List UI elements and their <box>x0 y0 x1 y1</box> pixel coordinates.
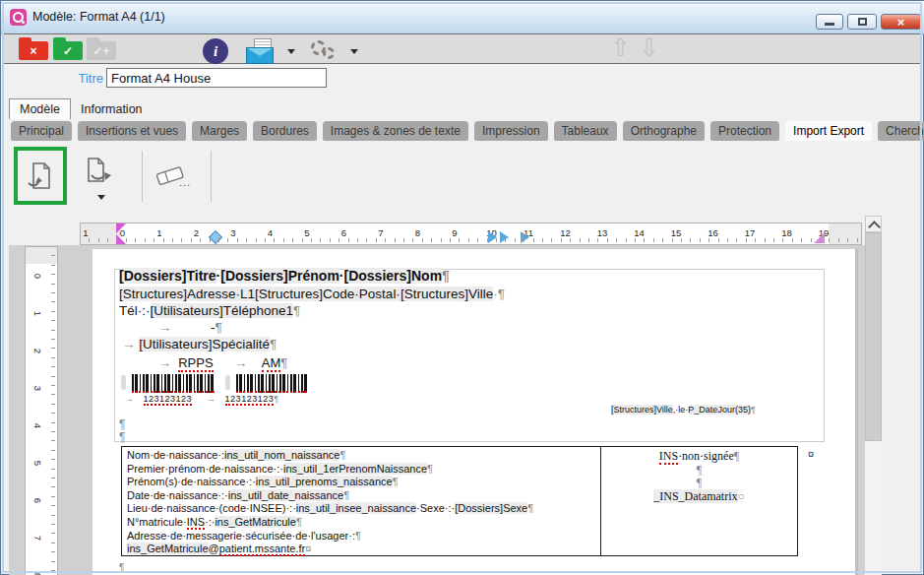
field-structures-ville: [Structures]Ville <box>400 287 493 301</box>
document-page[interactable]: [Dossiers]Titre·[Dossiers]Prénom·[Dossie… <box>92 249 855 575</box>
vertical-ruler: 0 1 2 3 4 5 6 7 8 <box>25 246 58 575</box>
info-icon: i <box>214 43 217 60</box>
tab-stop-marker[interactable] <box>521 231 529 243</box>
check-icon: ✓ <box>63 44 73 58</box>
row-end-mark: ¤ <box>808 448 814 460</box>
subtab-protection[interactable]: Protection <box>710 121 779 141</box>
info-button[interactable]: i <box>203 38 228 64</box>
row-label: Lieu·de·naissance·(code·INSEE)·:· <box>127 502 296 514</box>
at-sign: @ <box>209 543 219 554</box>
maximize-button[interactable] <box>847 14 877 30</box>
hruler-label: 1 <box>83 227 88 238</box>
title-bar[interactable]: Modèle: Format A4 (1/1) × <box>1 1 924 34</box>
field-start-mark <box>121 375 126 390</box>
field-dossiers-titre: [Dossiers]Titre <box>119 268 216 284</box>
hruler-label: 8 <box>415 227 420 238</box>
hruler-label: 9 <box>452 227 457 238</box>
subtab-chercher[interactable]: Chercher... <box>878 121 924 141</box>
scrollbar-thumb[interactable] <box>865 232 882 441</box>
pilcrow-mark: ¶ <box>119 430 125 444</box>
field-structures-ville: [Structures]Ville <box>611 405 673 415</box>
field-nom-naissance: ins_util_nom_naissance <box>224 449 339 461</box>
vruler-label: 3 <box>32 386 43 391</box>
add-template-button-disabled: ✓+ <box>87 41 116 60</box>
hruler-label: 7 <box>378 227 383 238</box>
row-label: N°matricule· <box>127 516 187 528</box>
template-line-specialite: → [Utilisateurs]Spécialité¶ <box>122 337 277 351</box>
delete-icon: × <box>30 44 36 58</box>
field-prenoms-naissance: ins_util_prenoms_naissance <box>256 476 393 487</box>
pilcrow-mark: ¶ <box>343 489 349 501</box>
subtab-impression[interactable]: Impression <box>474 121 548 141</box>
tab-modele[interactable]: Modèle <box>9 98 71 119</box>
send-mail-button[interactable] <box>246 38 276 63</box>
subtab-insertions-et-vues[interactable]: Insertions et vues <box>78 121 186 141</box>
field-utilisateurs-telephone: [Utilisateurs]Téléphone1 <box>151 303 294 318</box>
row-label: Date·de·naissance·:· <box>127 489 228 501</box>
tab-stop-diamond-marker[interactable] <box>209 230 222 244</box>
ruler-margin-area <box>829 224 861 244</box>
export-button[interactable] <box>83 157 120 202</box>
table-row: Lieu·de·naissance·(code·INSEE)·:·ins_uti… <box>127 502 595 516</box>
titre-input[interactable] <box>106 68 327 88</box>
tab-stop-marker[interactable] <box>500 231 509 243</box>
close-icon: × <box>897 15 905 30</box>
label-tel: Tél·:· <box>119 303 151 318</box>
hruler-label: 16 <box>708 227 718 238</box>
table-row: Premier·prénom·de·naissance·:·ins_util_1… <box>127 463 595 477</box>
tab-mark: → <box>207 394 216 404</box>
export-dropdown-arrow-icon[interactable] <box>97 195 105 200</box>
pilcrow-mark: ¶ <box>296 516 302 528</box>
rpps-am-line: → RPPS → AM¶ <box>158 355 287 370</box>
delete-template-button[interactable]: × <box>19 41 48 60</box>
rpps-barcode <box>132 374 215 393</box>
subtab-images-zones-de-texte[interactable]: Images & zones de texte <box>323 121 468 141</box>
validate-template-button[interactable]: ✓ <box>53 41 83 60</box>
toolbar-separator <box>211 151 212 202</box>
left-indent-marker[interactable] <box>116 234 126 244</box>
maximize-icon <box>858 18 867 26</box>
pilcrow-mark: ¶ <box>393 476 399 487</box>
scroll-up-button[interactable] <box>865 216 882 232</box>
subtab-tableaux[interactable]: Tableaux <box>554 121 617 141</box>
import-button-highlighted[interactable] <box>14 147 67 205</box>
subtab-marges[interactable]: Marges <box>192 121 247 141</box>
row-label: Premier·prénom·de·naissance·:· <box>127 463 283 475</box>
tab-information[interactable]: Information <box>71 99 153 119</box>
mail-dropdown-arrow-icon[interactable] <box>287 49 295 54</box>
ins-table[interactable]: Nom·de·naissance·:ins_util_nom_naissance… <box>121 446 798 556</box>
settings-dropdown-arrow-icon[interactable] <box>350 49 358 54</box>
ins-table-right-cell[interactable]: INS·non·signée¶ ¶ ¶ _INS_Datamatrix○ <box>601 447 797 555</box>
left-margin-marker[interactable] <box>116 224 126 233</box>
hruler-label: 17 <box>745 227 756 238</box>
pilcrow-mark: ¶ <box>355 530 361 542</box>
close-button[interactable]: × <box>881 14 921 30</box>
vertical-scrollbar[interactable] <box>865 232 882 575</box>
ins-table-left-cell[interactable]: Nom·de·naissance·:ins_util_nom_naissance… <box>122 447 601 555</box>
move-up-button: ⇧ <box>610 33 631 62</box>
hruler-label: 2 <box>194 227 199 238</box>
chevron-up-icon <box>868 221 881 233</box>
tab-stop-marker[interactable] <box>488 231 497 243</box>
main-tab-bar: Modèle Information <box>9 98 153 119</box>
field-start-mark <box>225 375 230 390</box>
subtab-import-export[interactable]: Import Export <box>785 121 872 141</box>
pilcrow-mark: ¶ <box>442 268 450 284</box>
date-text: ,·le· <box>673 405 689 415</box>
settings-button[interactable] <box>311 40 344 62</box>
right-margin-marker[interactable] <box>814 232 825 243</box>
subtab-bordures[interactable]: Bordures <box>253 121 317 141</box>
pilcrow-mark: ¶ <box>601 477 797 490</box>
hruler-label: 12 <box>560 227 571 238</box>
rpps-number: 123123123 <box>144 394 193 406</box>
space-mark: · <box>339 268 344 284</box>
erase-button[interactable]: ... <box>154 162 193 194</box>
field-dossiers-sexe: [Dossiers]Sexe <box>455 502 527 514</box>
minimize-button[interactable] <box>816 14 843 30</box>
pilcrow-mark: ¶ <box>274 394 278 404</box>
template-line-phone: Tél·:·[Utilisateurs]Téléphone1¶ <box>119 303 300 318</box>
barcode-number-row: → 123123123 → 123123123¶ <box>125 394 279 404</box>
tab-mark: → <box>158 355 171 370</box>
subtab-orthographe[interactable]: Orthographe <box>623 121 705 141</box>
subtab-principal[interactable]: Principal <box>11 121 72 141</box>
